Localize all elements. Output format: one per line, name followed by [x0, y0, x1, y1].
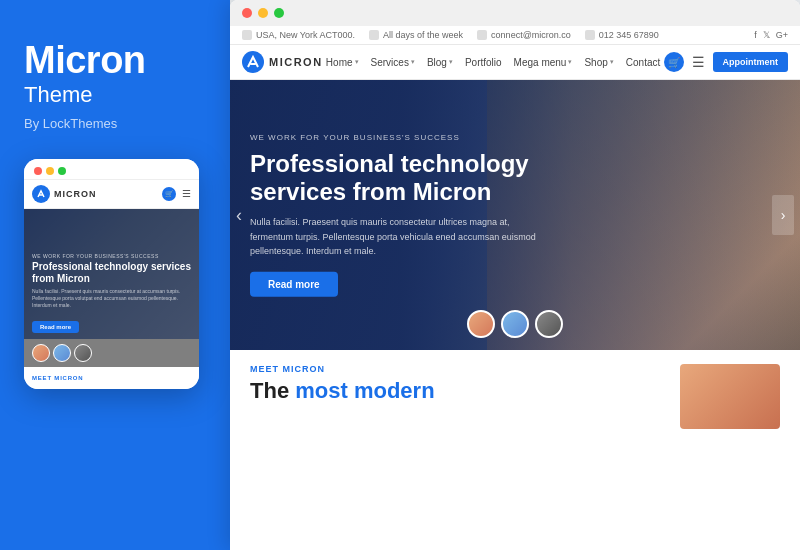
- phone-icon: [585, 30, 595, 40]
- mobile-hero-body: Nulla facilisi. Praesent quis mauris con…: [32, 288, 191, 309]
- desktop-meet-label: MEET MICRON: [250, 364, 660, 374]
- nav-link-portfolio[interactable]: Portfolio: [465, 57, 502, 68]
- desktop-hero-content: WE WORK FOR YOUR BUSINESS'S SUCCESS Prof…: [250, 133, 550, 297]
- hero-nav-right[interactable]: ›: [772, 195, 794, 235]
- desktop-mockup: USA, New York ACT000. All days of the we…: [230, 0, 800, 550]
- desktop-nav-links: Home▾ Services▾ Blog▾ Portfolio Mega men…: [326, 57, 660, 68]
- desktop-title-bar: [230, 0, 800, 26]
- mobile-hero: WE WORK FOR YOUR BUSINESS'S SUCCESS Prof…: [24, 209, 199, 339]
- desktop-avatar-2: [501, 310, 529, 338]
- desktop-hero-tagline: WE WORK FOR YOUR BUSINESS'S SUCCESS: [250, 133, 550, 142]
- mobile-logo-icon: [32, 185, 50, 203]
- mobile-cart-icon[interactable]: 🛒: [162, 187, 176, 201]
- brand-by: By LockThemes: [24, 116, 206, 131]
- desktop-hero: WE WORK FOR YOUR BUSINESS'S SUCCESS Prof…: [230, 80, 800, 350]
- location-icon: [242, 30, 252, 40]
- desktop-avatar-3: [535, 310, 563, 338]
- desktop-info-left: USA, New York ACT000. All days of the we…: [242, 30, 659, 40]
- nav-link-contact[interactable]: Contact: [626, 57, 660, 68]
- desktop-title-highlight: most modern: [295, 378, 434, 403]
- desktop-logo-text: MICRON: [269, 56, 323, 68]
- brand-subtitle: Theme: [24, 82, 206, 108]
- mobile-hero-tagline: WE WORK FOR YOUR BUSINESS'S SUCCESS: [32, 253, 191, 259]
- nav-link-services[interactable]: Services▾: [371, 57, 415, 68]
- facebook-icon[interactable]: f: [754, 30, 757, 40]
- mobile-nav-icons: 🛒 ☰: [162, 187, 191, 201]
- desktop-bottom-title: The most modern: [250, 378, 660, 404]
- desktop-hero-title: Professional technology services from Mi…: [250, 150, 550, 205]
- desktop-logo-icon: [242, 51, 264, 73]
- desktop-cart-icon[interactable]: 🛒: [664, 52, 684, 72]
- mobile-nav-bar: MICRON 🛒 ☰: [24, 180, 199, 209]
- mobile-avatar-2: [53, 344, 71, 362]
- desktop-social-icons: f 𝕏 G+: [754, 30, 788, 40]
- desktop-avatar-row: [467, 310, 563, 338]
- desktop-menu-icon[interactable]: ☰: [692, 54, 705, 70]
- mobile-hero-title: Professional technology services from Mi…: [32, 261, 191, 285]
- desktop-address: USA, New York ACT000.: [242, 30, 355, 40]
- mobile-dot-yellow: [46, 167, 54, 175]
- desktop-dot-red: [242, 8, 252, 18]
- mobile-avatar-1: [32, 344, 50, 362]
- mobile-dot-green: [58, 167, 66, 175]
- mobile-mockup: MICRON 🛒 ☰ WE WORK FOR YOUR BUSINESS'S S…: [24, 159, 199, 389]
- desktop-logo: MICRON: [242, 51, 323, 73]
- nav-link-shop[interactable]: Shop▾: [584, 57, 613, 68]
- desktop-dot-green: [274, 8, 284, 18]
- desktop-nav: MICRON Home▾ Services▾ Blog▾ Portfolio M…: [230, 45, 800, 80]
- desktop-dot-yellow: [258, 8, 268, 18]
- desktop-info-bar: USA, New York ACT000. All days of the we…: [230, 26, 800, 45]
- email-icon: [477, 30, 487, 40]
- desktop-avatar-1: [467, 310, 495, 338]
- desktop-nav-actions: 🛒 ☰ Appointment: [664, 52, 789, 72]
- nav-link-blog[interactable]: Blog▾: [427, 57, 453, 68]
- mobile-read-more-button[interactable]: Read more: [32, 321, 79, 333]
- desktop-phone: 012 345 67890: [585, 30, 659, 40]
- desktop-hours: All days of the week: [369, 30, 463, 40]
- left-panel: Micron Theme By LockThemes MICRON 🛒: [0, 0, 230, 550]
- desktop-title-start: The: [250, 378, 295, 403]
- desktop-bottom-section: MEET MICRON The most modern: [230, 350, 800, 550]
- mobile-logo: MICRON: [32, 185, 97, 203]
- right-panel: USA, New York ACT000. All days of the we…: [230, 0, 800, 550]
- mobile-avatar-3: [74, 344, 92, 362]
- desktop-bottom-image: [680, 364, 780, 429]
- desktop-hero-body: Nulla facilisi. Praesent quis mauris con…: [250, 215, 550, 258]
- hero-nav-left[interactable]: ‹: [236, 205, 242, 226]
- mobile-dot-red: [34, 167, 42, 175]
- appointment-button[interactable]: Appointment: [713, 52, 789, 72]
- mobile-avatar-row: [24, 339, 199, 367]
- mobile-meet-label: MEET MICRON: [32, 375, 191, 381]
- mobile-window-dots: [34, 167, 66, 175]
- desktop-email: connect@micron.co: [477, 30, 571, 40]
- mobile-logo-text: MICRON: [54, 189, 97, 199]
- brand-title: Micron: [24, 40, 206, 82]
- clock-icon: [369, 30, 379, 40]
- googleplus-icon[interactable]: G+: [776, 30, 788, 40]
- mobile-title-bar: [24, 159, 199, 180]
- nav-link-home[interactable]: Home▾: [326, 57, 359, 68]
- twitter-icon[interactable]: 𝕏: [763, 30, 770, 40]
- desktop-bottom-left: MEET MICRON The most modern: [250, 364, 660, 404]
- mobile-bottom-section: MEET MICRON: [24, 367, 199, 389]
- mobile-hero-content: WE WORK FOR YOUR BUSINESS'S SUCCESS Prof…: [24, 247, 199, 339]
- mobile-menu-icon[interactable]: ☰: [182, 188, 191, 199]
- nav-link-mega[interactable]: Mega menu▾: [514, 57, 573, 68]
- desktop-read-more-button[interactable]: Read more: [250, 272, 338, 297]
